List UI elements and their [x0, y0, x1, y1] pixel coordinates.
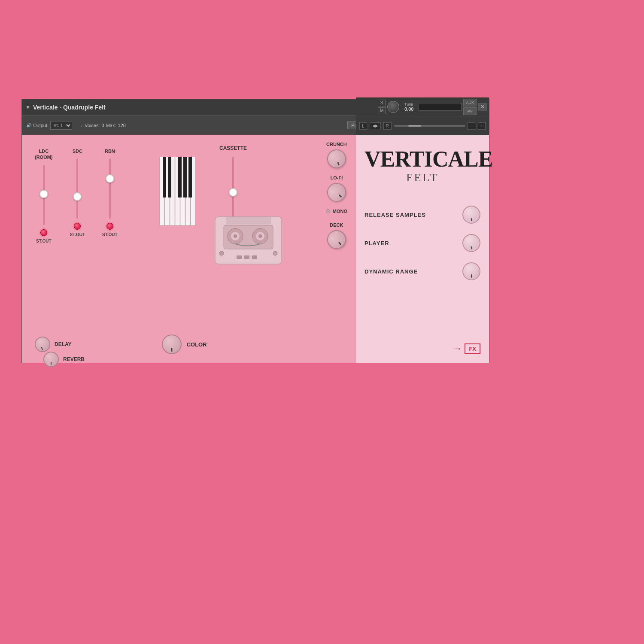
- release-samples-row: RELEASE SAMPLES: [365, 206, 480, 224]
- felt-subtitle: FELT: [365, 171, 480, 184]
- color-knob[interactable]: [162, 334, 182, 354]
- sdc-led[interactable]: [74, 223, 81, 230]
- bottom-section: DELAY REVERB COLOR: [35, 334, 207, 354]
- rbn-fader-track: [109, 158, 111, 219]
- mono-control: MONO: [326, 209, 347, 214]
- fx-arrow-icon: →: [453, 343, 462, 354]
- voices-value: 0: [102, 123, 104, 128]
- mono-label: MONO: [333, 209, 347, 214]
- piano-keyboard: [159, 157, 198, 231]
- svg-point-20: [219, 251, 224, 255]
- svg-point-19: [258, 234, 262, 238]
- plus-button[interactable]: +: [478, 122, 486, 130]
- fx-button[interactable]: FX: [465, 343, 480, 354]
- ldc-led[interactable]: [40, 229, 47, 236]
- svg-rect-23: [237, 255, 242, 259]
- output-icon: 🔊: [26, 123, 31, 128]
- kontakt-top-row: S M Tune 0.00 AUX PV ✕: [356, 97, 489, 116]
- ldc-fader-track: [43, 165, 45, 225]
- cassette-label: CASSETTE: [219, 144, 247, 152]
- m-button[interactable]: M: [378, 107, 386, 114]
- cassette-fader-handle[interactable]: [229, 188, 237, 197]
- reverb-knob-dot: [51, 362, 52, 365]
- dynamic-range-knob[interactable]: [462, 262, 480, 280]
- close-button[interactable]: ✕: [478, 103, 487, 111]
- r-button[interactable]: R: [383, 122, 392, 130]
- reverb-knob[interactable]: [43, 352, 59, 367]
- deck-control: DECK: [326, 222, 347, 249]
- release-samples-label: RELEASE SAMPLES: [365, 212, 426, 218]
- output-label: Output:: [33, 123, 49, 128]
- l-button[interactable]: L: [359, 122, 367, 130]
- lr-slider[interactable]: [394, 125, 465, 127]
- svg-rect-8: [168, 157, 171, 197]
- dynamic-range-dot: [471, 274, 472, 278]
- crunch-label: CRUNCH: [326, 142, 347, 147]
- deck-label: DECK: [330, 222, 343, 228]
- verticale-title: VERTICALE: [365, 148, 480, 170]
- delay-knob[interactable]: [35, 337, 50, 352]
- right-controls-area: CRUNCH LO-FI MONO: [326, 142, 347, 249]
- rbn-label: RBN: [105, 148, 115, 154]
- left-panel: LDC (ROOM) ST.OUT SDC ST.OUT: [22, 135, 356, 363]
- main-content: LDC (ROOM) ST.OUT SDC ST.OUT: [22, 135, 489, 363]
- arrows-button[interactable]: ◀▶: [370, 122, 381, 129]
- rbn-fader-handle[interactable]: [106, 174, 114, 183]
- release-samples-dot: [471, 218, 472, 221]
- player-knob[interactable]: [462, 234, 480, 252]
- player-dot: [471, 246, 472, 249]
- s-button[interactable]: S: [378, 100, 386, 106]
- player-row: PLAYER: [365, 234, 480, 252]
- lofi-knob[interactable]: [323, 179, 350, 206]
- rbn-led[interactable]: [106, 223, 113, 230]
- sdc-fader-track: [76, 158, 78, 219]
- fx-section: → FX: [365, 343, 480, 354]
- svg-rect-10: [183, 157, 187, 197]
- sdc-st-out: ST.OUT: [70, 232, 85, 237]
- reverb-section: REVERB: [43, 352, 85, 367]
- svg-rect-9: [178, 157, 182, 197]
- mono-led[interactable]: [326, 209, 330, 213]
- svg-point-16: [234, 234, 237, 238]
- lofi-knob-dot: [338, 194, 342, 198]
- pv-button[interactable]: PV: [463, 107, 477, 115]
- svg-point-21: [273, 251, 277, 255]
- output-select[interactable]: st. 1: [50, 121, 72, 130]
- aux-button[interactable]: AUX: [463, 99, 477, 106]
- crunch-knob[interactable]: [325, 147, 349, 171]
- sdc-channel: SDC ST.OUT: [70, 148, 85, 237]
- delay-knob-dot: [41, 347, 43, 350]
- ldc-channel: LDC (ROOM) ST.OUT: [35, 148, 53, 243]
- kontakt-knob[interactable]: [387, 101, 399, 113]
- release-samples-knob[interactable]: [462, 206, 480, 224]
- piano-svg: [159, 157, 198, 230]
- max-label: Max:: [106, 123, 116, 128]
- svg-rect-11: [188, 157, 192, 197]
- delay-label: DELAY: [55, 341, 72, 347]
- lofi-label: LO-FI: [331, 175, 343, 180]
- player-label: PLAYER: [365, 240, 389, 246]
- ldc-fader-handle[interactable]: [39, 190, 48, 198]
- ldc-label: LDC (ROOM): [35, 148, 53, 161]
- color-section: COLOR: [162, 334, 207, 354]
- output-info: 🔊 Output: st. 1: [26, 121, 72, 130]
- voices-icon: ♪: [81, 123, 83, 128]
- kontakt-strip: S M Tune 0.00 AUX PV ✕: [356, 97, 489, 135]
- rbn-st-out: ST.OUT: [102, 232, 118, 237]
- sm-buttons: S M: [378, 100, 386, 114]
- svg-rect-25: [252, 255, 257, 259]
- deck-knob[interactable]: [323, 226, 350, 253]
- rbn-channel: RBN ST.OUT: [102, 148, 118, 237]
- right-panel: S M Tune 0.00 AUX PV ✕: [356, 135, 489, 363]
- max-value: 128: [118, 123, 126, 128]
- reverb-label: REVERB: [63, 356, 85, 362]
- crunch-control: CRUNCH: [326, 142, 347, 168]
- sdc-fader-handle[interactable]: [73, 192, 82, 201]
- svg-rect-24: [244, 255, 249, 259]
- minus-button[interactable]: −: [468, 122, 475, 130]
- brand-section: VERTICALE FELT: [365, 148, 480, 197]
- collapse-arrow[interactable]: ▼: [25, 104, 30, 110]
- deck-knob-dot: [338, 242, 341, 245]
- aux-pv-buttons: AUX PV: [463, 99, 477, 115]
- cassette-image-area: [213, 213, 284, 270]
